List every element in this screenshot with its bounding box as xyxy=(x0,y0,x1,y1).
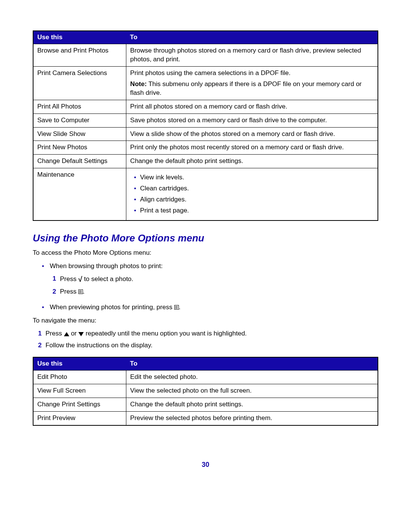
step-item: 2 Press . xyxy=(53,286,378,298)
cell-name: Print Preview xyxy=(33,412,126,425)
browse-steps: 1 Press √ to select a photo. 2 Press . xyxy=(42,273,378,298)
intro-navigate-text: To navigate the menu: xyxy=(33,316,378,325)
cell-desc: Print only the photos most recently stor… xyxy=(126,141,378,155)
note-label: Note: xyxy=(130,80,147,88)
cell-desc: Print photos using the camera selections… xyxy=(126,66,378,100)
intro-access-text: To access the Photo More Options menu: xyxy=(33,249,378,257)
table-row: Maintenance View ink levels. Clean cartr… xyxy=(33,168,378,220)
cell-desc: Edit the selected photo. xyxy=(126,371,378,384)
table-row: Edit Photo Edit the selected photo. xyxy=(33,371,378,384)
cell-name: Change Print Settings xyxy=(33,398,126,412)
menu-icon xyxy=(174,305,179,310)
table-row: Print Camera Selections Print photos usi… xyxy=(33,66,378,100)
cell-desc: Preview the selected photos before print… xyxy=(126,412,378,425)
up-arrow-icon xyxy=(64,332,69,336)
cell-desc: Print all photos stored on a memory card… xyxy=(126,100,378,113)
cell-desc: Change the default photo print settings. xyxy=(126,398,378,412)
maintenance-bullets: View ink levels. Clean cartridges. Align… xyxy=(130,172,374,216)
list-item: When previewing photos for printing, pre… xyxy=(42,302,378,313)
down-arrow-icon xyxy=(78,332,84,336)
cell-desc: Browse through photos stored on a memory… xyxy=(126,44,378,66)
cell-name: Print Camera Selections xyxy=(33,66,126,100)
step-text: Follow the instructions on the display. xyxy=(45,341,378,350)
step-number: 1 xyxy=(53,275,56,284)
table-row: Print New Photos Print only the photos m… xyxy=(33,141,378,155)
desc-line: Print photos using the camera selections… xyxy=(130,69,374,78)
step-number: 2 xyxy=(38,341,41,350)
cell-desc: View ink levels. Clean cartridges. Align… xyxy=(126,168,378,220)
step-item: 1 Press or repeatedly until the menu opt… xyxy=(38,328,378,340)
section-heading-photo-more-options: Using the Photo More Options menu xyxy=(33,232,378,245)
list-item: View ink levels. xyxy=(134,172,374,183)
table-row: Print Preview Preview the selected photo… xyxy=(33,412,378,425)
table-row: Browse and Print Photos Browse through p… xyxy=(33,44,378,66)
list-item: Align cartridges. xyxy=(134,194,374,205)
step-text: Press √ to select a photo. xyxy=(60,275,378,284)
photo-more-options-table: Use this To Edit Photo Edit the selected… xyxy=(33,357,378,426)
checkmark-icon: √ xyxy=(78,275,82,284)
cell-name: View Slide Show xyxy=(33,127,126,141)
table2-header-to: To xyxy=(126,357,378,370)
cell-name: Maintenance xyxy=(33,168,126,220)
navigate-steps: 1 Press or repeatedly until the menu opt… xyxy=(33,328,378,351)
list-item: Print a test page. xyxy=(134,205,374,216)
bullet-text: When browsing through photos to print: xyxy=(50,262,163,270)
step-text: Press . xyxy=(60,288,378,296)
cell-name: Edit Photo xyxy=(33,371,126,384)
table-row: Save to Computer Save photos stored on a… xyxy=(33,113,378,127)
step-number: 2 xyxy=(53,288,56,296)
cell-name: Change Default Settings xyxy=(33,155,126,168)
table1-header-to: To xyxy=(126,31,378,44)
cell-name: View Full Screen xyxy=(33,384,126,398)
step-item: 1 Press √ to select a photo. xyxy=(53,273,378,286)
table2-header-use-this: Use this xyxy=(33,357,126,370)
table-row: Change Print Settings Change the default… xyxy=(33,398,378,412)
cell-name: Save to Computer xyxy=(33,113,126,127)
bullet-text: When previewing photos for printing, pre… xyxy=(50,304,181,311)
list-item: Clean cartridges. xyxy=(134,183,374,194)
photo-card-menu-table: Use this To Browse and Print Photos Brow… xyxy=(33,30,378,221)
table-row: Change Default Settings Change the defau… xyxy=(33,155,378,168)
table-row: View Full Screen View the selected photo… xyxy=(33,384,378,398)
menu-icon xyxy=(78,289,83,294)
desc-note: Note: This submenu only appears if there… xyxy=(130,80,374,97)
list-item: When browsing through photos to print: 1… xyxy=(42,260,378,302)
table-row: Print All Photos Print all photos stored… xyxy=(33,100,378,113)
page-number: 30 xyxy=(33,460,378,469)
step-item: 2 Follow the instructions on the display… xyxy=(38,340,378,351)
cell-name: Browse and Print Photos xyxy=(33,44,126,66)
note-text: This submenu only appears if there is a … xyxy=(130,80,362,96)
cell-desc: View a slide show of the photos stored o… xyxy=(126,127,378,141)
cell-name: Print All Photos xyxy=(33,100,126,113)
cell-desc: Save photos stored on a memory card or f… xyxy=(126,113,378,127)
table1-header-use-this: Use this xyxy=(33,31,126,44)
table-row: View Slide Show View a slide show of the… xyxy=(33,127,378,141)
step-text: Press or repeatedly until the menu optio… xyxy=(45,329,378,338)
access-bullets: When browsing through photos to print: 1… xyxy=(33,260,378,313)
cell-name: Print New Photos xyxy=(33,141,126,155)
step-number: 1 xyxy=(38,329,41,338)
cell-desc: View the selected photo on the full scre… xyxy=(126,384,378,398)
cell-desc: Change the default photo print settings. xyxy=(126,155,378,168)
